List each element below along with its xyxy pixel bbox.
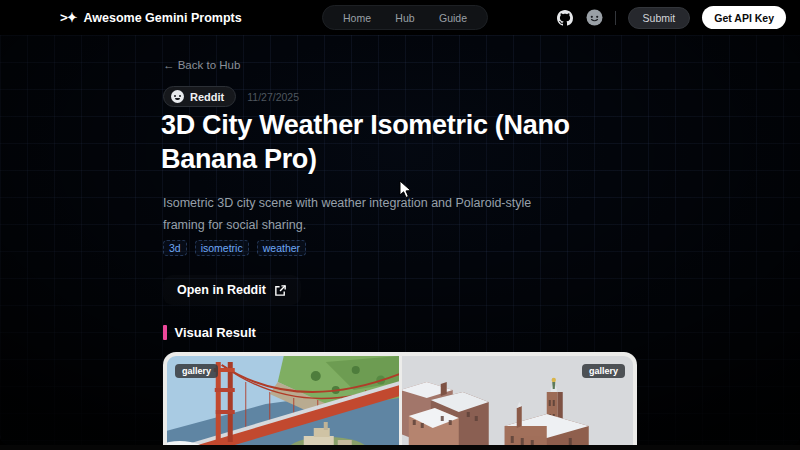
- gallery-image-golden-gate[interactable]: gallery: [167, 356, 399, 445]
- header-divider: [615, 11, 616, 25]
- tag-isometric[interactable]: isometric: [195, 240, 249, 256]
- gallery-badge: gallery: [582, 364, 625, 378]
- screen: >✦ Awesome Gemini Prompts Home Hub Guide…: [0, 0, 800, 450]
- get-api-key-button[interactable]: Get API Key: [702, 6, 786, 29]
- reddit-icon[interactable]: [586, 9, 603, 26]
- gallery-badge: gallery: [175, 364, 218, 378]
- post-date: 11/27/2025: [247, 91, 299, 103]
- desktop-edge: [0, 445, 800, 450]
- source-badge[interactable]: Reddit: [163, 86, 236, 107]
- meta-row: Reddit 11/27/2025: [163, 86, 299, 107]
- tag-weather[interactable]: weather: [257, 240, 306, 256]
- back-to-hub-link[interactable]: ← Back to Hub: [163, 59, 240, 71]
- open-in-reddit-label: Open in Reddit: [177, 283, 266, 297]
- gallery-image-snowy-city[interactable]: gallery: [402, 356, 634, 445]
- section-heading: Visual Result: [163, 325, 256, 340]
- brand[interactable]: >✦ Awesome Gemini Prompts: [60, 0, 242, 35]
- open-in-reddit-button[interactable]: Open in Reddit: [163, 275, 301, 305]
- tag-3d[interactable]: 3d: [163, 240, 187, 256]
- accent-bar: [163, 325, 167, 340]
- nav-item-guide[interactable]: Guide: [439, 12, 467, 24]
- top-navbar: >✦ Awesome Gemini Prompts Home Hub Guide…: [0, 0, 800, 35]
- nav-item-home[interactable]: Home: [343, 12, 371, 24]
- section-title: Visual Result: [175, 325, 256, 340]
- browser-page: >✦ Awesome Gemini Prompts Home Hub Guide…: [0, 0, 800, 445]
- header-actions: Submit Get API Key: [557, 0, 786, 35]
- source-badge-label: Reddit: [190, 91, 224, 103]
- sparkle-logo-icon: >✦: [60, 10, 76, 25]
- tag-list: 3d isometric weather: [163, 240, 306, 256]
- external-link-icon: [274, 284, 287, 297]
- description: Isometric 3D city scene with weather int…: [163, 193, 541, 237]
- mouse-cursor: [399, 180, 412, 199]
- reddit-badge-icon: [171, 90, 184, 103]
- nav-item-hub[interactable]: Hub: [395, 12, 414, 24]
- visual-result-gallery: gallery: [163, 352, 637, 445]
- nav-pill: Home Hub Guide: [322, 5, 488, 30]
- github-icon[interactable]: [557, 9, 574, 26]
- brand-name: Awesome Gemini Prompts: [83, 11, 241, 25]
- page-title: 3D City Weather Isometric (Nano Banana P…: [161, 108, 641, 176]
- submit-button[interactable]: Submit: [628, 7, 691, 29]
